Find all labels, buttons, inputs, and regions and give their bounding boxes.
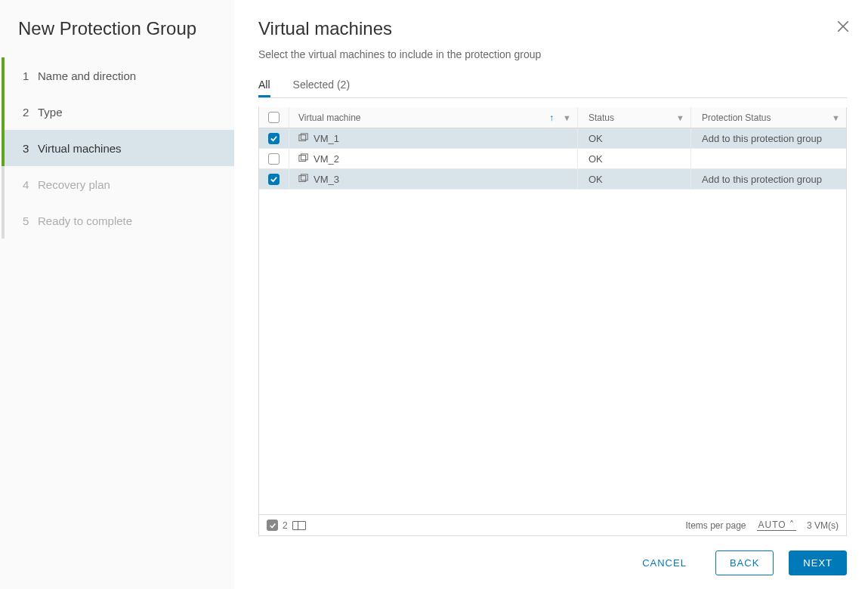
back-button[interactable]: BACK [715,550,774,575]
wizard-main: Virtual machines Select the virtual mach… [234,0,868,589]
next-button[interactable]: NEXT [789,550,847,575]
step-type[interactable]: 2 Type [2,94,234,130]
filter-icon[interactable]: ▼ [563,113,571,122]
svg-rect-7 [301,174,308,180]
step-ready-to-complete: 5 Ready to complete [2,202,234,239]
selection-indicator-icon [267,520,278,531]
step-label: Name and direction [38,69,136,82]
step-recovery-plan: 4 Recovery plan [2,166,234,202]
vm-status: OK [588,153,603,165]
sort-ascending-icon[interactable]: ↑ [549,113,554,123]
step-virtual-machines[interactable]: 3 Virtual machines [2,130,234,166]
vm-status: OK [588,174,603,185]
step-number: 1 [23,69,38,82]
row-checkbox[interactable] [268,174,280,185]
select-all-checkbox[interactable] [268,112,280,123]
vm-name: VM_3 [314,174,339,185]
step-label: Virtual machines [38,142,122,155]
table-footer: 2 Items per page AUTO ˄ 3 VM(s) [259,514,846,535]
row-checkbox[interactable] [268,133,280,144]
svg-rect-2 [299,135,306,141]
step-number: 4 [23,178,38,191]
svg-rect-4 [299,156,306,162]
step-number: 5 [23,214,38,227]
table-header: Virtual machine ↑ ▼ Status ▼ Protection … [259,107,846,128]
selected-count: 2 [283,520,288,531]
svg-rect-3 [301,134,308,140]
table-body: VM_1 OK Add to this protection group VM_… [259,128,846,514]
column-protection-label[interactable]: Protection Status [702,113,771,123]
column-settings-icon[interactable] [292,521,306,530]
wizard-title: New Protection Group [0,18,234,57]
vm-icon [298,174,309,184]
step-number: 3 [23,142,38,155]
row-checkbox[interactable] [268,153,280,165]
table-row[interactable]: VM_3 OK Add to this protection group [259,169,846,190]
column-status-label[interactable]: Status [588,113,614,123]
tab-all[interactable]: All [258,74,270,97]
vm-status: OK [588,133,603,144]
step-label: Type [38,106,63,119]
page-subtitle: Select the virtual machines to include i… [258,48,847,60]
items-per-page-select[interactable]: AUTO ˄ [757,520,796,531]
svg-rect-6 [299,176,306,182]
vm-protection-status: Add to this protection group [702,174,822,185]
filter-icon[interactable]: ▼ [832,113,840,122]
vm-icon [298,133,309,143]
column-vm-label[interactable]: Virtual machine [298,113,361,123]
step-number: 2 [23,106,38,119]
table-row[interactable]: VM_1 OK Add to this protection group [259,128,846,149]
step-label: Ready to complete [38,214,132,227]
vm-icon [298,153,309,164]
items-per-page-value: AUTO [758,520,786,530]
wizard-buttons: CANCEL BACK NEXT [258,536,847,589]
tab-selected[interactable]: Selected (2) [293,74,350,97]
close-icon[interactable] [836,20,850,33]
vm-name: VM_1 [314,133,339,144]
table-row[interactable]: VM_2 OK [259,149,846,169]
svg-rect-5 [301,154,308,160]
total-count: 3 VM(s) [807,520,839,531]
vm-table: Virtual machine ↑ ▼ Status ▼ Protection … [258,107,847,536]
vm-protection-status: Add to this protection group [702,133,822,144]
filter-icon[interactable]: ▼ [676,113,684,122]
cancel-button[interactable]: CANCEL [629,551,700,575]
wizard-sidebar: New Protection Group 1 Name and directio… [0,0,234,589]
step-label: Recovery plan [38,178,110,191]
chevron-up-icon: ˄ [789,520,795,530]
items-per-page-label: Items per page [685,520,746,531]
vm-name: VM_2 [314,153,339,165]
page-title: Virtual machines [258,18,847,39]
step-name-and-direction[interactable]: 1 Name and direction [2,57,234,94]
